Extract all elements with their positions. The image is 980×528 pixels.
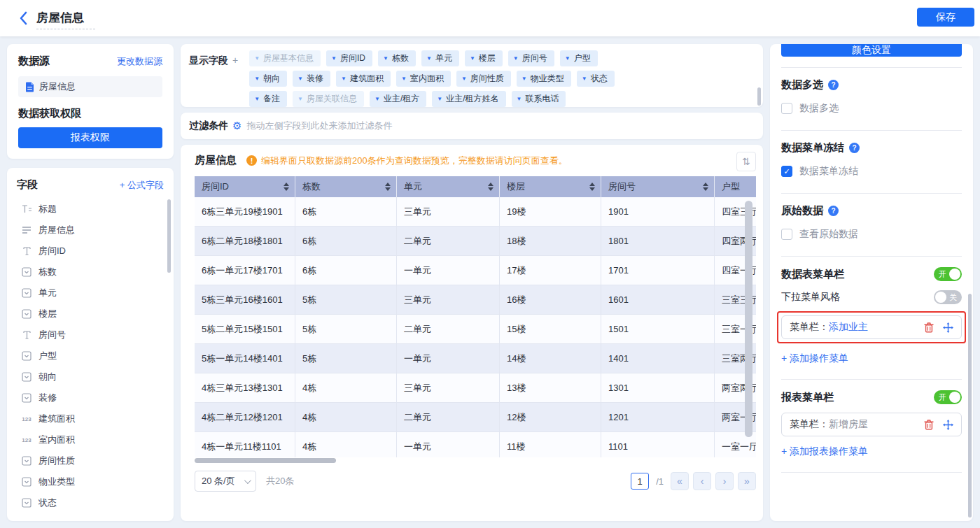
- display-field-chip[interactable]: ▼业主/租方姓名: [432, 91, 505, 107]
- display-field-chip[interactable]: ▼楼层: [465, 50, 503, 66]
- dropdown-style-toggle-off[interactable]: 关: [934, 290, 962, 304]
- field-item[interactable]: 房间性质: [17, 450, 164, 471]
- move-icon[interactable]: [943, 322, 953, 333]
- display-field-chip[interactable]: ▼朝向: [249, 71, 287, 87]
- add-action-menu-link[interactable]: + 添加操作菜单: [781, 352, 848, 365]
- display-field-chip[interactable]: ▼物业类型: [517, 71, 571, 87]
- raw-data-checkbox-row[interactable]: 查看原始数据: [781, 228, 962, 241]
- add-field-icon[interactable]: +: [232, 55, 238, 66]
- display-field-chip[interactable]: ▼栋数: [378, 50, 416, 66]
- sort-carets-icon[interactable]: [284, 183, 289, 191]
- last-page-button[interactable]: »: [738, 472, 756, 490]
- menu-item-value-link[interactable]: 添加业主: [829, 321, 868, 334]
- sort-carets-icon[interactable]: [703, 183, 708, 191]
- field-item[interactable]: 朝向: [17, 366, 164, 387]
- display-fields-panel: 显示字段+ ▼房屋基本信息▼房间ID▼栋数▼单元▼楼层▼房间号▼户型▼朝向▼装修…: [181, 44, 763, 107]
- highlighted-menu-item: 菜单栏： 添加业主: [777, 311, 966, 343]
- field-item[interactable]: 123室内面积: [17, 429, 164, 450]
- help-icon[interactable]: ?: [828, 206, 839, 216]
- field-label: 朝向: [38, 371, 57, 383]
- fields-scrollbar[interactable]: [167, 199, 171, 273]
- field-item[interactable]: 标题: [17, 199, 164, 220]
- dropdown-triangle-icon: ▼: [298, 96, 303, 102]
- display-field-chip[interactable]: ▼房间ID: [326, 50, 372, 66]
- column-header[interactable]: 房间号: [601, 176, 715, 197]
- multi-select-checkbox-row[interactable]: 数据多选: [781, 102, 962, 115]
- field-item[interactable]: 装修: [17, 387, 164, 408]
- table-cell: 4栋三单元13楼1301: [195, 373, 295, 403]
- table-row: 4栋三单元13楼13014栋三单元13楼1301两室两厅: [195, 373, 756, 403]
- menu-freeze-checkbox-row[interactable]: ✓ 数据菜单冻结: [781, 165, 962, 178]
- display-field-chip[interactable]: ▼联系电话: [512, 91, 566, 107]
- formula-field-link[interactable]: + 公式字段: [120, 179, 164, 192]
- column-header[interactable]: 栋数: [295, 176, 397, 197]
- add-report-action-menu-link[interactable]: + 添加报表操作菜单: [781, 445, 868, 458]
- trash-icon[interactable]: [924, 420, 934, 430]
- chip-label: 房屋关联信息: [307, 93, 357, 105]
- dropdown-triangle-icon: ▼: [565, 55, 570, 62]
- display-field-chip[interactable]: ▼房屋基本信息: [249, 50, 321, 66]
- dropdown-triangle-icon: ▼: [517, 96, 522, 102]
- field-item[interactable]: 房屋信息: [17, 220, 164, 241]
- prev-page-button[interactable]: ‹: [693, 472, 711, 490]
- field-item[interactable]: 单元: [17, 283, 164, 304]
- checkbox-unchecked[interactable]: [781, 229, 792, 240]
- sort-carets-icon[interactable]: [488, 183, 493, 191]
- first-page-button[interactable]: «: [671, 472, 689, 490]
- column-header[interactable]: 户型: [715, 176, 756, 197]
- checkbox-checked[interactable]: ✓: [781, 166, 792, 177]
- vertical-scrollbar[interactable]: [745, 201, 752, 437]
- display-fields-scrollbar[interactable]: [757, 87, 761, 106]
- column-header[interactable]: 单元: [397, 176, 500, 197]
- field-item[interactable]: 楼层: [17, 304, 164, 324]
- back-icon[interactable]: [18, 10, 32, 26]
- move-icon[interactable]: [943, 420, 953, 430]
- field-item[interactable]: 栋数: [17, 262, 164, 283]
- table-cell: 4栋: [295, 373, 397, 403]
- checkbox-unchecked[interactable]: [781, 103, 792, 114]
- field-item[interactable]: 状态: [17, 492, 164, 513]
- field-item[interactable]: 房间ID: [17, 241, 164, 262]
- datasource-item[interactable]: 房屋信息: [18, 76, 162, 97]
- page-number-input[interactable]: 1: [631, 473, 649, 490]
- field-item[interactable]: 房间号: [17, 324, 164, 345]
- display-field-chip[interactable]: ▼户型: [560, 50, 598, 66]
- report-permission-button[interactable]: 报表权限: [18, 127, 162, 148]
- warning-icon: !: [246, 155, 257, 166]
- menu-bar-item[interactable]: 菜单栏： 添加业主: [781, 315, 962, 339]
- field-item[interactable]: 物业类型: [17, 471, 164, 492]
- display-field-chip[interactable]: ▼单元: [421, 50, 459, 66]
- display-field-chip[interactable]: ▼装修: [293, 71, 330, 87]
- sort-order-button[interactable]: ⇅: [736, 152, 756, 171]
- display-field-chip[interactable]: ▼房间号: [508, 50, 554, 66]
- change-datasource-link[interactable]: 更改数据源: [117, 55, 162, 68]
- column-header[interactable]: 房间ID: [195, 176, 295, 197]
- horizontal-scrollbar[interactable]: [195, 458, 336, 463]
- table-body: 6栋三单元19楼19016栋三单元19楼1901四室三厅6栋二单元18楼1801…: [195, 197, 756, 457]
- display-field-chip[interactable]: ▼室内面积: [396, 71, 451, 87]
- help-icon[interactable]: ?: [828, 80, 839, 90]
- column-header[interactable]: 楼层: [500, 176, 601, 197]
- display-field-chip[interactable]: ▼业主/租方: [370, 91, 426, 107]
- save-button[interactable]: 保存: [917, 8, 974, 27]
- display-field-chip[interactable]: ▼备注: [249, 91, 287, 107]
- gear-icon[interactable]: ⚙: [232, 120, 241, 132]
- next-page-button[interactable]: ›: [715, 472, 734, 490]
- sort-carets-icon[interactable]: [589, 183, 595, 191]
- color-settings-button[interactable]: 颜色设置: [781, 44, 962, 57]
- report-menu-toggle-on[interactable]: 开: [934, 390, 962, 404]
- display-field-chip[interactable]: ▼状态: [577, 71, 615, 87]
- field-item[interactable]: 户型: [17, 345, 164, 366]
- display-field-chip[interactable]: ▼房间性质: [456, 71, 511, 87]
- settings-scrollbar[interactable]: [968, 294, 972, 518]
- sort-carets-icon[interactable]: [385, 183, 391, 191]
- table-cell: 4栋: [295, 403, 397, 432]
- page-size-select[interactable]: 20 条/页: [195, 471, 256, 492]
- table-menu-toggle-on[interactable]: 开: [934, 267, 962, 281]
- report-menu-bar-item[interactable]: 菜单栏： 新增房屋: [781, 413, 962, 436]
- display-field-chip[interactable]: ▼建筑面积: [336, 71, 391, 87]
- display-field-chip[interactable]: ▼房屋关联信息: [293, 91, 364, 107]
- field-item[interactable]: 123建筑面积: [17, 408, 164, 429]
- help-icon[interactable]: ?: [849, 143, 860, 153]
- trash-icon[interactable]: [924, 322, 934, 333]
